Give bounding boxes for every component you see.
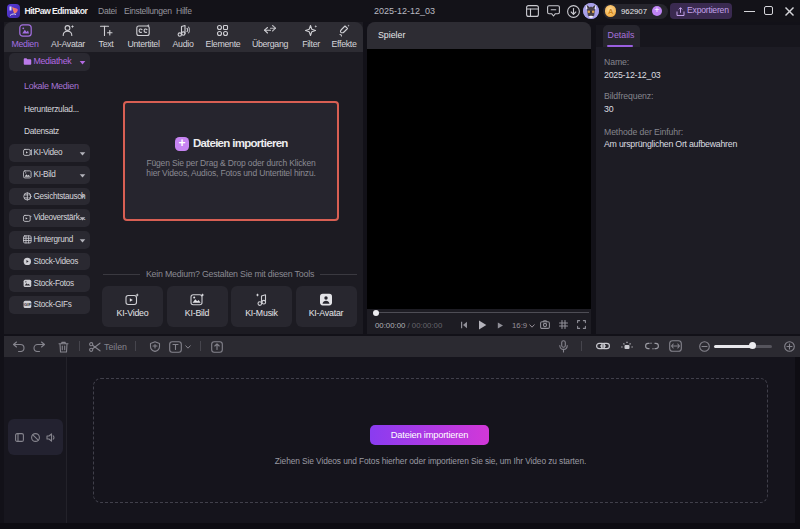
svg-text:GIF: GIF [24, 303, 31, 308]
